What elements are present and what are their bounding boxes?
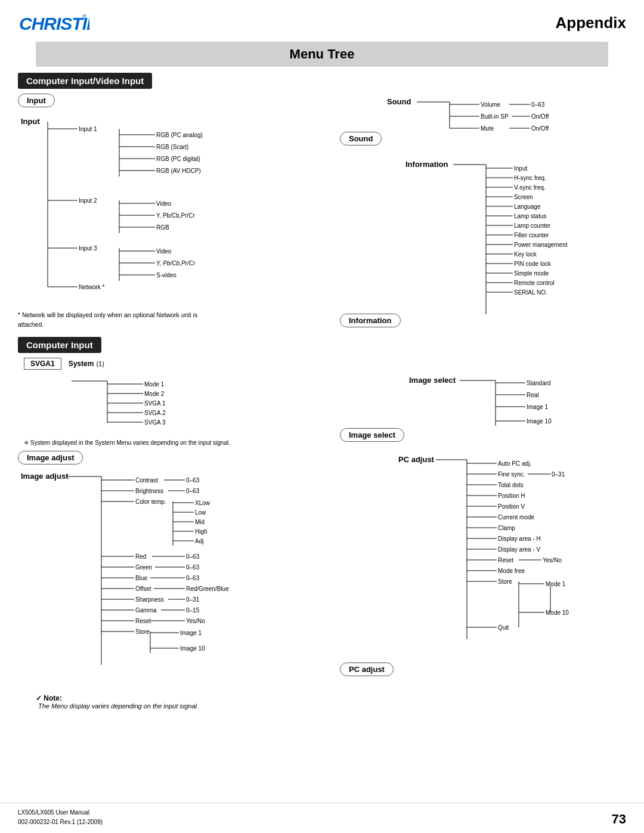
svg-text:Input 2: Input 2 <box>79 197 97 204</box>
input-tree-svg: Input Input 1 RGB (PC analog) RGB (Sca <box>18 111 310 308</box>
information-box-label: Information <box>340 314 401 327</box>
pc-adjust-box-label: PC adjust <box>340 662 394 676</box>
svg-text:Remote control: Remote control <box>514 280 555 286</box>
svg-text:XLow: XLow <box>195 500 210 506</box>
svg-text:Store: Store <box>135 628 150 635</box>
system-note: ✳ System displayed in the System Menu va… <box>24 439 328 446</box>
system-tree-svg: Mode 1 Mode 2 SVGA 1 SVGA 2 SVGA 3 <box>18 372 310 438</box>
pc-adjust-tree-svg: PC adjust Auto PC adj. Fine sync. 0–31 <box>395 451 598 672</box>
system-paren: (1) <box>96 360 104 367</box>
svg-text:Color temp.: Color temp. <box>135 498 166 505</box>
svg-text:0–63: 0–63 <box>186 575 200 581</box>
sound-box-label: Sound <box>340 132 382 145</box>
svg-text:Brightness: Brightness <box>135 488 163 494</box>
svg-text:Gamma: Gamma <box>135 607 157 614</box>
note-section: ✓ Note: The Menu display varies dependin… <box>18 694 626 710</box>
footer-manual: LX505/LX605 User Manual <box>18 808 103 817</box>
svg-text:Fine sync.: Fine sync. <box>498 471 525 478</box>
svg-text:Mode 2: Mode 2 <box>144 391 165 397</box>
svg-text:Standard: Standard <box>527 380 551 386</box>
svg-text:Y, Pb/Cb,Pr/Cr: Y, Pb/Cb,Pr/Cr <box>156 260 196 267</box>
input-box-label: Input <box>18 94 55 107</box>
svg-text:Video: Video <box>156 248 172 255</box>
computer-input-video-section: Computer Input/Video Input Input Input I… <box>18 73 626 331</box>
pc-adjust-area: PC adjust PC adjust Auto PC adj. Fine sy… <box>340 451 626 680</box>
svga1-row: SVGA1 System (1) <box>24 358 626 370</box>
system-label: System <box>69 360 94 368</box>
svg-text:0–63: 0–63 <box>186 553 200 560</box>
svg-text:Mode 10: Mode 10 <box>546 609 569 616</box>
svg-text:Y, Pb/Cb,Pr/Cr: Y, Pb/Cb,Pr/Cr <box>156 212 196 219</box>
svg-text:SVGA 3: SVGA 3 <box>144 419 166 426</box>
svg-text:0–63: 0–63 <box>186 488 200 494</box>
svg-text:Image 1: Image 1 <box>527 404 549 410</box>
svg-text:Blue: Blue <box>135 575 147 581</box>
svg-text:Quit: Quit <box>498 624 509 631</box>
image-select-area: Image select Image select Standard Real <box>340 372 626 445</box>
svg-text:Low: Low <box>195 509 206 516</box>
svg-text:Total dots: Total dots <box>498 482 524 488</box>
svg-text:Video: Video <box>156 200 172 207</box>
svg-text:SERIAL NO.: SERIAL NO. <box>514 289 547 296</box>
svg-text:Simple mode: Simple mode <box>514 270 549 277</box>
svg-text:SVGA 2: SVGA 2 <box>144 410 166 416</box>
svg-text:SVGA 1: SVGA 1 <box>144 400 166 407</box>
logo-svg: CHRISTIE ® <box>18 11 89 35</box>
christie-logo: CHRISTIE ® <box>18 11 89 35</box>
svg-text:V-sync freq.: V-sync freq. <box>514 184 546 191</box>
svg-text:On/Off: On/Off <box>531 125 549 132</box>
svg-text:Image adjust: Image adjust <box>21 472 69 481</box>
section1-header: Computer Input/Video Input <box>18 73 152 89</box>
svg-text:Sound: Sound <box>387 97 411 106</box>
footer-code: 002-000232-01 Rev.1 (12-2009) <box>18 817 103 827</box>
svg-text:Red/Green/Blue: Red/Green/Blue <box>186 586 229 592</box>
svga1-label: SVGA1 <box>24 358 61 370</box>
svg-text:Clamp: Clamp <box>498 525 515 531</box>
sound-tree-svg: Sound Volume 0–63 Built-in SP <box>384 94 581 141</box>
svg-text:Lamp status: Lamp status <box>514 213 546 219</box>
computer-input-section: Computer Input SVGA1 System (1) Mode 1 <box>18 337 626 685</box>
network-note: * Network will be displayed only when an… <box>18 311 328 330</box>
note-label: ✓ Note: <box>36 694 62 702</box>
note-text: The Menu display varies depending on the… <box>38 702 608 710</box>
footer-info: LX505/LX605 User Manual 002-000232-01 Re… <box>18 808 103 827</box>
svg-text:Image 10: Image 10 <box>180 645 205 652</box>
input-panel: Input Input Input 1 RGB (PC ana <box>18 94 328 331</box>
information-tree-svg: Information Input H-sync freq. V-sync fr… <box>402 156 605 323</box>
svg-text:Screen: Screen <box>514 194 533 200</box>
svg-text:Current mode: Current mode <box>498 514 535 521</box>
svg-text:Sharpness: Sharpness <box>135 596 164 603</box>
svg-text:Image select: Image select <box>409 376 456 385</box>
svg-text:Image 1: Image 1 <box>180 630 202 636</box>
svg-text:Mid: Mid <box>195 519 205 525</box>
svg-text:Key lock: Key lock <box>514 251 537 258</box>
svg-text:RGB (PC analog): RGB (PC analog) <box>156 132 203 138</box>
svg-text:Input 3: Input 3 <box>79 245 97 252</box>
svg-text:0–31: 0–31 <box>552 471 565 478</box>
svg-text:On/Off: On/Off <box>531 113 549 120</box>
bottom-left-panel: Mode 1 Mode 2 SVGA 1 SVGA 2 SVGA 3 ✳ Sys… <box>18 372 328 685</box>
svg-text:Filter counter: Filter counter <box>514 232 549 239</box>
svg-text:Reset: Reset <box>498 557 513 563</box>
svg-text:Mute: Mute <box>481 125 494 132</box>
svg-text:Real: Real <box>527 392 539 398</box>
svg-text:Mode 1: Mode 1 <box>546 581 566 587</box>
right-panel: Sound Sound Volume 0–63 <box>328 94 626 331</box>
svg-text:Image 10: Image 10 <box>527 418 552 425</box>
svg-text:Store: Store <box>498 578 512 585</box>
svg-text:High: High <box>195 528 208 535</box>
svg-text:Position V: Position V <box>498 503 525 510</box>
svg-text:PIN code lock: PIN code lock <box>514 261 552 267</box>
svg-text:0–63: 0–63 <box>186 477 200 484</box>
svg-text:Yes/No: Yes/No <box>186 618 205 624</box>
svg-text:Position H: Position H <box>498 493 525 499</box>
svg-text:Input: Input <box>514 165 527 172</box>
svg-text:Contrast: Contrast <box>135 477 158 484</box>
svg-text:Volume: Volume <box>481 101 501 108</box>
svg-text:0–15: 0–15 <box>186 607 200 614</box>
svg-text:Adj: Adj <box>195 538 203 544</box>
svg-text:PC adjust: PC adjust <box>398 455 435 464</box>
svg-text:Information: Information <box>405 160 448 169</box>
svg-text:Mode free: Mode free <box>498 568 525 574</box>
svg-text:0–63: 0–63 <box>531 101 545 108</box>
